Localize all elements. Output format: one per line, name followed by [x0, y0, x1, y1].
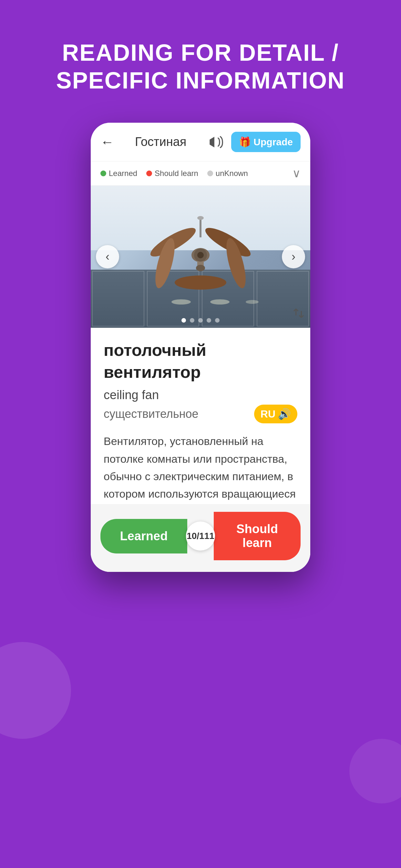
bottom-actions: Learned 10/111 Should learn — [91, 504, 310, 572]
chevron-down-icon[interactable]: ∨ — [292, 166, 301, 180]
phone-container: ← Гостиная 🎁 Upgrade Learned Should lear… — [91, 123, 310, 572]
should-learn-label: Should learn — [155, 169, 198, 178]
language-badge[interactable]: RU 🔊 — [254, 405, 297, 423]
word-english: ceiling fan — [104, 388, 297, 402]
legend-learned: Learned — [100, 169, 137, 178]
counter-badge: 10/111 — [186, 522, 215, 551]
dot-1[interactable] — [181, 318, 186, 322]
swap-icon[interactable] — [292, 307, 305, 322]
app-bar: ← Гостиная 🎁 Upgrade — [91, 123, 310, 161]
header-area: READING FOR DETAIL / SPECIFIC INFORMATIO… — [0, 0, 401, 114]
svg-rect-3 — [199, 218, 202, 237]
sound-icon: 🔊 — [278, 408, 291, 420]
should-learn-button[interactable]: Should learn — [214, 512, 301, 560]
upgrade-emoji: 🎁 — [239, 136, 251, 148]
learned-label: Learned — [109, 169, 137, 178]
carousel-dots — [181, 318, 220, 322]
svg-point-14 — [246, 300, 258, 304]
dot-4[interactable] — [207, 318, 211, 322]
carousel-image — [91, 186, 310, 328]
bg-circle-2 — [349, 739, 401, 803]
unknown-dot — [207, 170, 213, 176]
svg-point-2 — [196, 265, 205, 271]
svg-point-4 — [197, 216, 204, 220]
learned-dot — [100, 170, 106, 176]
svg-point-13 — [210, 299, 229, 305]
language-label: RU — [260, 408, 275, 420]
word-russian: потолочный вентилятор — [104, 339, 297, 383]
screen-title: Гостиная — [120, 135, 201, 149]
legend-should-learn: Should learn — [146, 169, 198, 178]
back-button[interactable]: ← — [100, 134, 114, 150]
upgrade-label: Upgrade — [253, 136, 293, 148]
dot-3[interactable] — [198, 318, 203, 322]
should-learn-dot — [146, 170, 152, 176]
carousel-container: ‹ › — [91, 186, 310, 328]
ceiling-fan-svg — [143, 205, 258, 308]
bg-circle-1 — [0, 642, 71, 739]
word-type: существительное — [104, 407, 198, 421]
carousel-next-button[interactable]: › — [282, 245, 305, 268]
svg-point-12 — [172, 299, 191, 305]
dot-2[interactable] — [190, 318, 194, 322]
legend-unknown: unKnown — [207, 169, 248, 178]
page-title: READING FOR DETAIL / SPECIFIC INFORMATIO… — [26, 39, 375, 95]
dot-5[interactable] — [215, 318, 220, 322]
svg-point-9 — [175, 275, 226, 290]
upgrade-button[interactable]: 🎁 Upgrade — [231, 132, 301, 152]
fan-image — [91, 186, 310, 328]
unknown-label: unKnown — [216, 169, 248, 178]
svg-point-11 — [197, 252, 204, 258]
legend-bar: Learned Should learn unKnown ∨ — [91, 161, 310, 186]
learned-button[interactable]: Learned — [100, 519, 187, 554]
word-type-row: существительное RU 🔊 — [104, 405, 297, 423]
speaker-icon[interactable] — [207, 133, 225, 151]
carousel-prev-button[interactable]: ‹ — [96, 245, 119, 268]
